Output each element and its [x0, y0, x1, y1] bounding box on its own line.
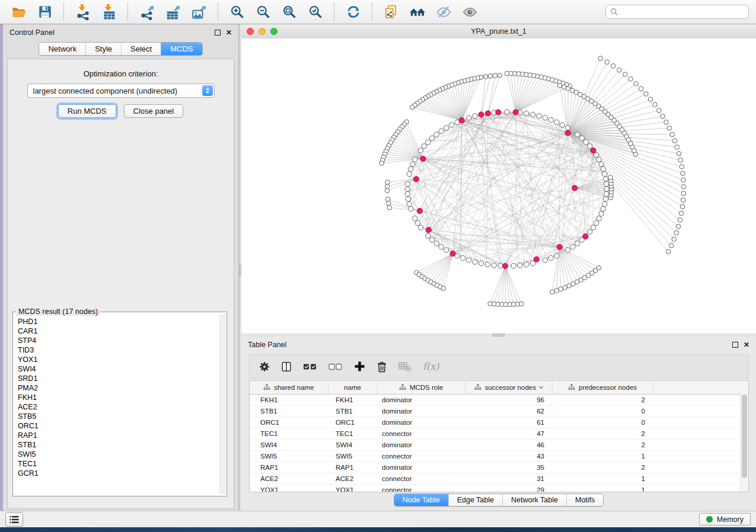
table-cell[interactable]: ORC1	[250, 417, 328, 428]
new-network-from-selection-button[interactable]	[379, 2, 403, 22]
save-session-button[interactable]	[33, 2, 57, 22]
table-cell[interactable]: ORC1	[328, 417, 377, 428]
table-cell[interactable]: 2	[552, 428, 653, 440]
add-column-button[interactable]	[354, 361, 365, 372]
table-settings-button[interactable]	[259, 361, 270, 372]
mcds-list-scrollbar[interactable]	[219, 315, 225, 493]
table-scrollbar-thumb[interactable]	[742, 395, 747, 478]
window-close-button[interactable]	[247, 28, 254, 35]
table-cell[interactable]: 1	[552, 451, 653, 462]
panel-menu-button[interactable]	[5, 512, 23, 527]
criterion-select[interactable]: largest connected component (undirected)	[27, 84, 215, 98]
table-row[interactable]: ACE2ACE2connector311	[250, 473, 749, 485]
close-panel-icon-button[interactable]: ✕	[226, 29, 232, 36]
table-cell[interactable]: connector	[377, 485, 465, 493]
mcds-node[interactable]: STB5	[18, 412, 217, 421]
tab-network-table[interactable]: Network Table	[502, 494, 566, 506]
table-row[interactable]: YOX1YOX1connector291	[250, 485, 749, 493]
float-panel-button[interactable]	[215, 30, 221, 36]
export-table-button[interactable]	[161, 2, 185, 22]
tab-edge-table[interactable]: Edge Table	[448, 494, 502, 506]
mcds-node[interactable]: STB1	[18, 440, 217, 450]
zoom-in-button[interactable]	[225, 2, 249, 22]
table-cell[interactable]: 2	[552, 440, 653, 451]
table-cell[interactable]: 1	[552, 485, 653, 493]
mcds-node[interactable]: STP4	[18, 336, 217, 345]
table-row[interactable]: STB1STB1dominator620	[250, 406, 749, 417]
table-cell[interactable]: RAP1	[250, 462, 328, 473]
table-cell[interactable]: SWI5	[328, 451, 377, 462]
table-scrollbar[interactable]	[740, 393, 748, 492]
table-cell[interactable]: 96	[465, 395, 552, 406]
first-neighbors-button[interactable]	[406, 2, 429, 22]
table-cell[interactable]: TEC1	[328, 428, 377, 440]
zoom-fit-button[interactable]	[277, 2, 301, 22]
tab-motifs[interactable]: Motifs	[566, 494, 603, 506]
table-cell[interactable]: STB1	[250, 406, 328, 417]
mcds-node[interactable]: TEC1	[18, 459, 217, 469]
table-cell[interactable]: 35	[465, 462, 552, 473]
zoom-out-button[interactable]	[251, 2, 275, 22]
table-row[interactable]: SWI4SWI4dominator462	[250, 440, 749, 451]
table-row[interactable]: SWI5SWI5connector431	[250, 451, 749, 462]
memory-button[interactable]: Memory	[699, 513, 751, 525]
table-cell[interactable]: ACE2	[250, 473, 328, 485]
table-cell[interactable]: connector	[377, 428, 465, 440]
table-cell[interactable]: dominator	[377, 417, 465, 428]
close-panel-button[interactable]: Close panel	[124, 104, 184, 118]
table-cell[interactable]: 0	[552, 417, 653, 428]
table-cell[interactable]: YOX1	[328, 485, 377, 493]
table-cell[interactable]: connector	[377, 473, 465, 485]
mcds-node[interactable]: ACE2	[18, 402, 217, 412]
mcds-node[interactable]: GCR1	[18, 469, 217, 478]
import-network-button[interactable]	[71, 2, 95, 22]
table-row[interactable]: FKH1FKH1dominator962	[250, 395, 749, 406]
column-header-successor-nodes[interactable]: successor nodes	[465, 381, 552, 395]
network-canvas[interactable]	[241, 39, 756, 334]
search-input[interactable]	[621, 7, 744, 17]
table-cell[interactable]: 62	[465, 406, 552, 417]
column-header-name[interactable]: name	[328, 381, 377, 395]
table-cell[interactable]: STB1	[328, 406, 377, 417]
table-cell[interactable]: 47	[465, 428, 552, 440]
mcds-node[interactable]: PHD1	[18, 317, 217, 326]
table-cell[interactable]: FKH1	[328, 395, 377, 406]
table-cell[interactable]: 0	[552, 406, 653, 417]
table-cell[interactable]: 61	[465, 417, 552, 428]
window-minimize-button[interactable]	[259, 28, 266, 35]
table-cell[interactable]: ACE2	[328, 473, 377, 485]
mcds-node[interactable]: RAP1	[18, 431, 217, 440]
mcds-node[interactable]: PMA2	[18, 383, 217, 393]
table-cell[interactable]: 43	[465, 451, 552, 462]
column-header-shared-name[interactable]: shared name	[250, 381, 328, 395]
mcds-node[interactable]: FKH1	[18, 393, 217, 402]
tab-style[interactable]: Style	[85, 43, 121, 55]
mcds-node[interactable]: ORC1	[18, 421, 217, 431]
table-cell[interactable]: dominator	[377, 440, 465, 451]
mcds-node[interactable]: SWI4	[18, 364, 217, 374]
table-cell[interactable]: TEC1	[250, 428, 328, 440]
tab-select[interactable]: Select	[121, 43, 161, 55]
run-mcds-button[interactable]: Run MCDS	[58, 104, 116, 118]
table-row[interactable]: RAP1RAP1dominator352	[250, 462, 749, 473]
deselect-all-button[interactable]	[328, 363, 343, 371]
table-cell[interactable]: 2	[552, 462, 653, 473]
tab-mcds[interactable]: MCDS	[161, 43, 202, 55]
select-all-button[interactable]	[303, 363, 317, 371]
table-cell[interactable]: FKH1	[250, 395, 328, 406]
table-cell[interactable]: 29	[465, 485, 552, 493]
float-panel-button[interactable]	[732, 342, 738, 348]
delete-column-button[interactable]	[377, 361, 387, 373]
table-cell[interactable]: YOX1	[250, 485, 328, 493]
tab-network[interactable]: Network	[39, 43, 85, 55]
window-zoom-button[interactable]	[270, 28, 277, 35]
mcds-node[interactable]: SWI5	[18, 450, 217, 459]
table-cell[interactable]: dominator	[377, 406, 465, 417]
table-cell[interactable]: 46	[465, 440, 552, 451]
mcds-node[interactable]: YOX1	[18, 355, 217, 364]
mcds-node[interactable]: SRD1	[18, 374, 217, 383]
network-graph[interactable]	[241, 39, 756, 334]
zoom-selected-button[interactable]	[304, 2, 327, 22]
table-row[interactable]: TEC1TEC1connector472	[250, 428, 749, 440]
table-row[interactable]: ORC1ORC1dominator610	[250, 417, 749, 428]
